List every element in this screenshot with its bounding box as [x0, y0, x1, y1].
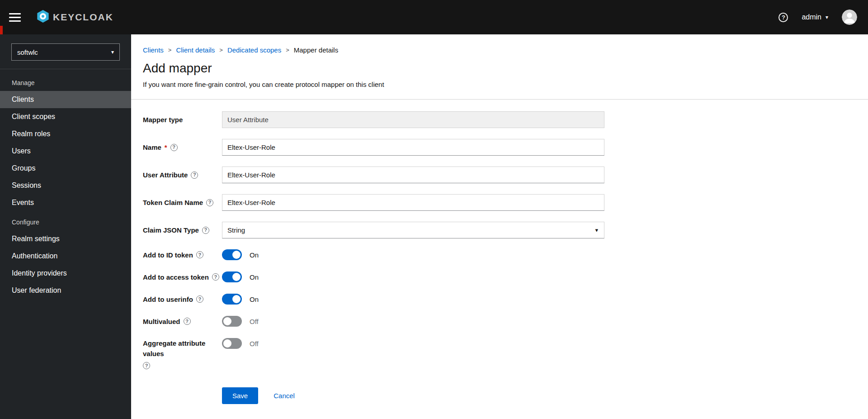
breadcrumb: Clients > Client details > Dedicated sco… — [131, 34, 868, 54]
breadcrumb-separator-icon: > — [168, 47, 172, 53]
help-icon[interactable]: ? — [184, 318, 191, 325]
breadcrumb-separator-icon: > — [219, 47, 223, 53]
breadcrumb-dedicated-scopes[interactable]: Dedicated scopes — [227, 46, 281, 54]
keycloak-logo: KEYCLOAK — [36, 10, 113, 25]
nav-section-configure: Configure — [0, 211, 131, 230]
help-icon[interactable]: ? — [206, 199, 213, 206]
chevron-down-icon: ▾ — [595, 227, 598, 233]
name-field[interactable] — [222, 139, 604, 156]
aggregate-attribute-values-toggle[interactable] — [222, 338, 242, 349]
toggle-state-label: On — [250, 251, 259, 259]
sidebar-item-clients[interactable]: Clients — [0, 91, 131, 108]
realm-selector[interactable]: softwlc ▾ — [11, 43, 120, 61]
toggle-state-label: On — [250, 273, 259, 281]
multivalued-label: Multivalued — [143, 316, 180, 327]
add-mapper-form: Mapper type Name * ? U — [131, 100, 868, 419]
user-attribute-label: User Attribute — [143, 170, 188, 180]
masthead-accent-bar — [0, 26, 3, 34]
main-content: Clients > Client details > Dedicated sco… — [131, 34, 868, 419]
sidebar-item-authentication[interactable]: Authentication — [0, 248, 131, 265]
save-button[interactable]: Save — [222, 387, 258, 404]
page-title: Add mapper — [143, 61, 856, 76]
add-to-access-token-label: Add to access token — [143, 272, 209, 282]
sidebar-item-realm-settings[interactable]: Realm settings — [0, 230, 131, 248]
sidebar-item-users[interactable]: Users — [0, 143, 131, 160]
claim-json-type-select[interactable]: String ▾ — [222, 222, 604, 238]
chevron-down-icon: ▾ — [826, 14, 828, 20]
breadcrumb-separator-icon: > — [286, 47, 289, 53]
avatar[interactable] — [842, 10, 857, 25]
sidebar-item-user-federation[interactable]: User federation — [0, 282, 131, 299]
sidebar-nav: softwlc ▾ Manage Clients Client scopes R… — [0, 34, 131, 419]
keycloak-logo-text: KEYCLOAK — [53, 12, 113, 23]
username-label: admin — [802, 13, 821, 21]
mapper-type-field — [222, 111, 604, 128]
sidebar-item-client-scopes[interactable]: Client scopes — [0, 108, 131, 125]
claim-json-type-selected-value: String — [227, 226, 245, 234]
add-to-userinfo-label: Add to userinfo — [143, 294, 193, 305]
sidebar-item-identity-providers[interactable]: Identity providers — [0, 265, 131, 282]
breadcrumb-mapper-details: Mapper details — [294, 46, 338, 54]
nav-section-manage: Manage — [0, 72, 131, 91]
help-icon[interactable]: ? — [202, 227, 209, 234]
chevron-down-icon: ▾ — [111, 49, 114, 55]
help-icon[interactable]: ? — [170, 144, 178, 151]
toggle-state-label: Off — [250, 340, 259, 348]
masthead: KEYCLOAK ? admin ▾ — [0, 0, 868, 34]
help-icon[interactable]: ? — [196, 295, 203, 303]
sidebar-item-sessions[interactable]: Sessions — [0, 177, 131, 194]
token-claim-name-field[interactable] — [222, 194, 604, 211]
add-to-id-token-label: Add to ID token — [143, 250, 193, 260]
cancel-button[interactable]: Cancel — [274, 392, 295, 400]
required-marker: * — [165, 142, 167, 152]
name-label: Name — [143, 142, 161, 152]
token-claim-name-label: Token Claim Name — [143, 197, 203, 208]
mapper-type-label: Mapper type — [143, 114, 183, 125]
toggle-state-label: On — [250, 295, 259, 303]
aggregate-attribute-values-label: Aggregate attribute values — [143, 338, 222, 359]
sidebar-item-events[interactable]: Events — [0, 194, 131, 211]
add-to-access-token-toggle[interactable] — [222, 271, 242, 282]
realm-selector-label: softwlc — [17, 48, 38, 56]
multivalued-toggle[interactable] — [222, 316, 242, 327]
sidebar-item-groups[interactable]: Groups — [0, 160, 131, 177]
toggle-state-label: Off — [250, 318, 259, 325]
page-subtitle: If you want more fine-grain control, you… — [143, 81, 856, 88]
add-to-userinfo-toggle[interactable] — [222, 294, 242, 305]
add-to-id-token-toggle[interactable] — [222, 249, 242, 260]
claim-json-type-label: Claim JSON Type — [143, 225, 199, 235]
user-attribute-field[interactable] — [222, 167, 604, 183]
help-icon[interactable]: ? — [196, 251, 203, 258]
user-dropdown[interactable]: admin ▾ — [802, 13, 828, 21]
breadcrumb-clients[interactable]: Clients — [143, 46, 164, 54]
help-icon[interactable]: ? — [778, 13, 788, 22]
help-icon[interactable]: ? — [212, 273, 219, 281]
breadcrumb-client-details[interactable]: Client details — [176, 46, 215, 54]
help-icon[interactable]: ? — [143, 362, 150, 369]
sidebar-item-realm-roles[interactable]: Realm roles — [0, 125, 131, 143]
hamburger-menu-icon[interactable] — [9, 11, 21, 24]
keycloak-logo-icon — [36, 10, 50, 25]
help-icon[interactable]: ? — [191, 171, 198, 179]
